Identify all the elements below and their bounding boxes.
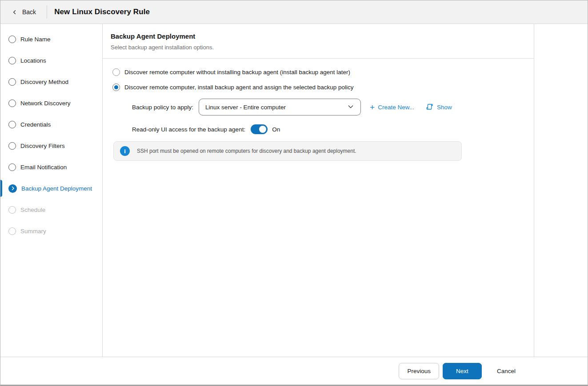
backup-policy-label: Backup policy to apply: bbox=[132, 104, 193, 111]
footer: Previous Next Cancel bbox=[0, 357, 588, 385]
header-divider bbox=[47, 5, 47, 19]
sidebar-item-credentials[interactable]: Credentials bbox=[0, 114, 102, 135]
sidebar-item-label: Locations bbox=[20, 57, 46, 64]
active-step-indicator bbox=[0, 180, 2, 197]
readonly-access-label: Read-only UI access for the backup agent… bbox=[132, 126, 245, 133]
scroll-icon bbox=[426, 103, 434, 112]
chevron-down-icon bbox=[347, 103, 354, 111]
step-circle-icon bbox=[8, 57, 16, 64]
step-circle-icon bbox=[8, 206, 16, 214]
sidebar-item-discovery-filters[interactable]: Discovery Filters bbox=[0, 135, 102, 156]
step-circle-icon bbox=[8, 121, 16, 128]
create-new-label: Create New... bbox=[378, 104, 414, 111]
header: Back New Linux Discovery Rule bbox=[0, 0, 588, 24]
step-circle-icon bbox=[8, 227, 16, 235]
show-label: Show bbox=[437, 104, 452, 111]
next-button[interactable]: Next bbox=[443, 363, 482, 379]
sidebar-item-backup-agent-deployment[interactable]: Backup Agent Deployment bbox=[0, 178, 102, 199]
plus-icon: + bbox=[370, 103, 375, 111]
radio-option-discover-install-agent[interactable]: Discover remote computer, install backup… bbox=[112, 84, 525, 91]
radio-option-label: Discover remote computer, install backup… bbox=[124, 84, 354, 91]
info-banner-text: SSH port must be opened on remote comput… bbox=[137, 148, 356, 154]
show-policy-link[interactable]: Show bbox=[426, 103, 452, 112]
readonly-access-row: Read-only UI access for the backup agent… bbox=[132, 124, 525, 134]
backup-policy-selected-value: Linux server - Entire computer bbox=[205, 104, 286, 111]
radio-option-discover-without-agent[interactable]: Discover remote computer without install… bbox=[112, 68, 525, 76]
sidebar-item-label: Email Notification bbox=[20, 164, 67, 171]
readonly-access-toggle[interactable] bbox=[251, 124, 268, 134]
wizard-window: Back New Linux Discovery Rule Rule NameL… bbox=[0, 0, 588, 386]
radio-unselected-icon bbox=[112, 68, 120, 76]
body: Rule NameLocationsDiscovery MethodNetwor… bbox=[0, 24, 588, 357]
sidebar-item-schedule: Schedule bbox=[0, 199, 102, 220]
right-gutter bbox=[534, 24, 588, 357]
step-circle-icon bbox=[8, 142, 16, 150]
sidebar-item-rule-name[interactable]: Rule Name bbox=[0, 28, 102, 50]
step-circle-icon bbox=[8, 99, 16, 107]
toggle-state-label: On bbox=[272, 126, 280, 133]
content-header: Backup Agent Deployment Select backup ag… bbox=[103, 24, 534, 58]
sidebar-item-label: Network Discovery bbox=[20, 100, 71, 107]
page-title: New Linux Discovery Rule bbox=[54, 8, 150, 16]
step-title: Backup Agent Deployment bbox=[111, 32, 525, 40]
info-icon: i bbox=[120, 146, 130, 156]
step-circle-icon bbox=[8, 163, 16, 171]
sidebar-item-locations[interactable]: Locations bbox=[0, 50, 102, 71]
previous-button[interactable]: Previous bbox=[399, 363, 439, 379]
toggle-knob-icon bbox=[259, 126, 266, 133]
sidebar-item-label: Schedule bbox=[20, 207, 45, 213]
step-chevron-right-icon bbox=[8, 184, 17, 193]
sidebar-item-label: Rule Name bbox=[20, 36, 51, 43]
sidebar-item-label: Discovery Method bbox=[20, 79, 68, 85]
backup-policy-select[interactable]: Linux server - Entire computer bbox=[199, 99, 361, 115]
chevron-left-icon bbox=[11, 9, 18, 16]
back-label: Back bbox=[22, 8, 36, 16]
content-body: Discover remote computer without install… bbox=[103, 59, 534, 161]
sidebar-item-label: Summary bbox=[20, 228, 46, 235]
sidebar-item-summary: Summary bbox=[0, 220, 102, 242]
cancel-button[interactable]: Cancel bbox=[489, 363, 524, 379]
step-circle-icon bbox=[8, 78, 16, 86]
back-button[interactable]: Back bbox=[11, 8, 36, 16]
sidebar-item-label: Discovery Filters bbox=[20, 143, 65, 149]
content-panel: Backup Agent Deployment Select backup ag… bbox=[103, 24, 534, 357]
sidebar-item-label: Credentials bbox=[20, 121, 51, 128]
radio-selected-icon bbox=[112, 84, 120, 91]
info-banner: i SSH port must be opened on remote comp… bbox=[113, 141, 462, 161]
step-circle-icon bbox=[8, 36, 16, 43]
sidebar-item-discovery-method[interactable]: Discovery Method bbox=[0, 71, 102, 92]
sidebar-item-label: Backup Agent Deployment bbox=[21, 185, 92, 192]
radio-option-label: Discover remote computer without install… bbox=[124, 69, 350, 76]
sidebar-item-network-discovery[interactable]: Network Discovery bbox=[0, 92, 102, 114]
create-new-policy-link[interactable]: + Create New... bbox=[370, 103, 414, 111]
step-subtitle: Select backup agent installation options… bbox=[111, 44, 525, 58]
sidebar-item-email-notification[interactable]: Email Notification bbox=[0, 156, 102, 178]
backup-policy-row: Backup policy to apply: Linux server - E… bbox=[132, 99, 525, 115]
wizard-steps-sidebar: Rule NameLocationsDiscovery MethodNetwor… bbox=[0, 24, 103, 357]
